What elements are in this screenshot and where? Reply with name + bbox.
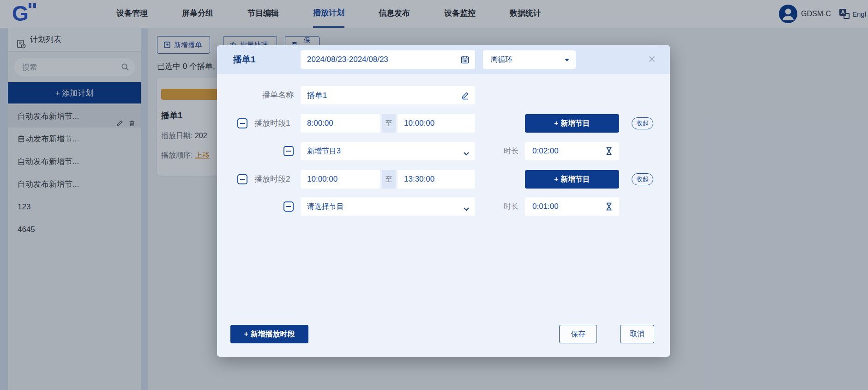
date-range-field xyxy=(301,50,475,69)
segment-label: 播放时段1 xyxy=(247,114,294,133)
end-time-field xyxy=(398,170,475,189)
start-time-input[interactable] xyxy=(307,170,376,189)
remove-segment-button[interactable] xyxy=(237,174,247,184)
end-time-input[interactable] xyxy=(404,114,471,133)
to-separator: 至 xyxy=(382,114,396,133)
duration-input[interactable] xyxy=(532,142,602,160)
remove-segment-button[interactable] xyxy=(237,118,247,128)
playlist-name-field xyxy=(301,86,475,104)
repeat-mode-value: 周循环 xyxy=(490,50,512,69)
remove-program-button[interactable] xyxy=(283,146,294,156)
playlist-edit-modal: 播单1 周循环 × 播单名称 xyxy=(217,45,670,357)
end-time-input[interactable] xyxy=(404,170,471,189)
cancel-button[interactable]: 取消 xyxy=(620,325,654,343)
program-select-value: 请选择节目 xyxy=(307,197,344,216)
to-separator: 至 xyxy=(382,170,396,189)
duration-field xyxy=(525,142,619,160)
close-icon[interactable]: × xyxy=(644,51,660,67)
program-select-value: 新增节目3 xyxy=(307,142,341,160)
duration-label: 时长 xyxy=(494,197,518,216)
playlist-name-label: 播单名称 xyxy=(217,86,294,104)
collapse-button[interactable]: 收起 xyxy=(632,173,653,185)
hourglass-icon xyxy=(605,202,613,213)
hourglass-icon xyxy=(605,146,613,158)
add-segment-button[interactable]: + 新增播放时段 xyxy=(230,325,308,343)
chevron-down-icon xyxy=(464,149,469,158)
end-time-field xyxy=(398,114,475,133)
modal-title: 播单1 xyxy=(233,45,256,74)
add-program-button[interactable]: + 新增节目 xyxy=(525,114,619,133)
chevron-down-icon xyxy=(464,205,469,213)
caret-down-icon xyxy=(565,59,569,61)
segment-label: 播放时段2 xyxy=(247,170,294,189)
modal-header: 播单1 周循环 × xyxy=(217,45,670,74)
start-time-field xyxy=(301,170,380,189)
duration-input[interactable] xyxy=(532,197,602,216)
duration-field xyxy=(525,197,619,216)
start-time-field xyxy=(301,114,380,133)
collapse-button[interactable]: 收起 xyxy=(632,117,653,129)
repeat-mode-select[interactable]: 周循环 xyxy=(483,50,576,69)
duration-label: 时长 xyxy=(494,142,518,160)
date-range-input[interactable] xyxy=(307,50,455,69)
start-time-input[interactable] xyxy=(307,114,376,133)
edit-pencil-icon[interactable] xyxy=(460,91,470,102)
program-select[interactable]: 请选择节目 xyxy=(301,197,475,216)
save-button[interactable]: 保存 xyxy=(559,325,597,343)
app-root: G 设备管理 屏幕分组 节目编辑 播放计划 信息发布 设备监控 数据统计 GDS… xyxy=(0,0,868,390)
add-program-button[interactable]: + 新增节目 xyxy=(525,170,619,189)
program-select[interactable]: 新增节目3 xyxy=(301,142,475,160)
calendar-icon[interactable] xyxy=(460,55,470,66)
playlist-name-input[interactable] xyxy=(307,86,455,104)
remove-program-button[interactable] xyxy=(283,201,294,212)
